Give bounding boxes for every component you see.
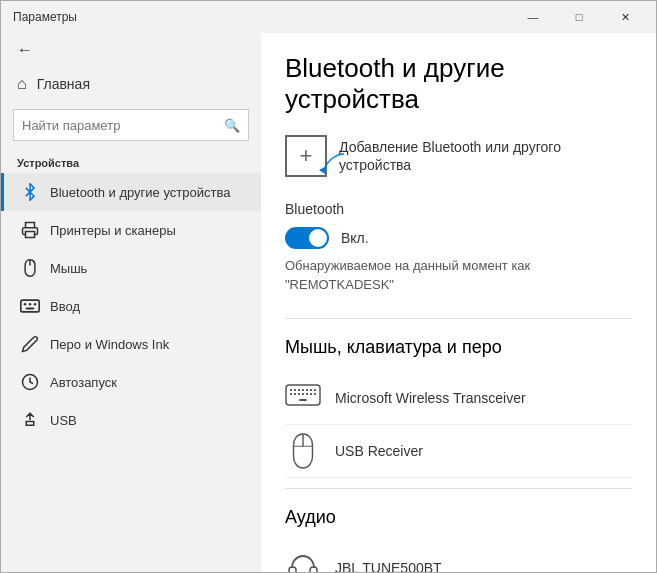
mouse-icon <box>20 258 40 278</box>
keyboard-mouse-device-icon <box>285 380 321 416</box>
add-device-button[interactable]: + Добавление Bluetooth или другого устро… <box>285 135 632 177</box>
search-icon: 🔍 <box>224 118 240 133</box>
search-input[interactable] <box>22 118 224 133</box>
back-icon: ← <box>17 41 33 59</box>
svg-rect-19 <box>294 393 296 395</box>
main-content: Bluetooth и другие устройства + Добавлен… <box>261 33 656 572</box>
home-nav[interactable]: ⌂ Главная <box>1 67 261 101</box>
sidebar-section-label: Устройства <box>1 149 261 173</box>
titlebar-title: Параметры <box>13 10 77 24</box>
device-item-usb-receiver: USB Receiver <box>285 425 632 478</box>
svg-rect-10 <box>299 399 307 401</box>
sidebar-item-bluetooth-label: Bluetooth и другие устройства <box>50 185 230 200</box>
content-area: ← ⌂ Главная 🔍 Устройства Bluetooth и дру… <box>1 33 656 572</box>
mouse-section-heading: Мышь, клавиатура и перо <box>285 337 632 358</box>
maximize-button[interactable]: □ <box>556 1 602 33</box>
discoverable-text: Обнаруживаемое на данный момент как "REM… <box>285 257 632 293</box>
sidebar-item-input-label: Ввод <box>50 299 80 314</box>
svg-rect-17 <box>314 389 316 391</box>
sidebar-item-pen[interactable]: Перо и Windows Ink <box>1 325 261 363</box>
svg-rect-22 <box>306 393 308 395</box>
titlebar: Параметры — □ ✕ <box>1 1 656 33</box>
sidebar-item-pen-label: Перо и Windows Ink <box>50 337 169 352</box>
minimize-button[interactable]: — <box>510 1 556 33</box>
home-label: Главная <box>37 76 90 92</box>
device-item-jbl: JBL TUNE500BT <box>285 542 632 572</box>
discoverable-line1: Обнаруживаемое на данный момент как <box>285 258 530 273</box>
bluetooth-label: Bluetooth <box>285 201 632 217</box>
sidebar-item-usb-label: USB <box>50 413 77 428</box>
close-button[interactable]: ✕ <box>602 1 648 33</box>
sidebar-item-input[interactable]: Ввод <box>1 287 261 325</box>
divider-1 <box>285 318 632 319</box>
sidebar: ← ⌂ Главная 🔍 Устройства Bluetooth и дру… <box>1 33 261 572</box>
transceiver-name: Microsoft Wireless Transceiver <box>335 390 526 406</box>
titlebar-controls: — □ ✕ <box>510 1 648 33</box>
sidebar-item-printers[interactable]: Принтеры и сканеры <box>1 211 261 249</box>
back-button[interactable]: ← <box>1 33 261 67</box>
add-device-label: Добавление Bluetooth или другого устройс… <box>339 139 561 173</box>
divider-2 <box>285 488 632 489</box>
svg-rect-18 <box>290 393 292 395</box>
titlebar-left: Параметры <box>9 10 510 24</box>
sidebar-item-mouse[interactable]: Мышь <box>1 249 261 287</box>
headphones-icon <box>285 550 321 572</box>
svg-rect-16 <box>310 389 312 391</box>
bluetooth-toggle-row: Вкл. <box>285 227 632 249</box>
svg-rect-14 <box>302 389 304 391</box>
audio-section-heading: Аудио <box>285 507 632 528</box>
keyboard-icon <box>20 296 40 316</box>
svg-rect-20 <box>298 393 300 395</box>
sidebar-item-bluetooth[interactable]: Bluetooth и другие устройства <box>1 173 261 211</box>
sidebar-item-autoplay[interactable]: Автозапуск <box>1 363 261 401</box>
bluetooth-toggle-label: Вкл. <box>341 230 369 246</box>
svg-rect-15 <box>306 389 308 391</box>
svg-rect-2 <box>21 300 39 312</box>
usb-receiver-name: USB Receiver <box>335 443 423 459</box>
settings-window: Параметры — □ ✕ ← ⌂ Главная 🔍 Устройства <box>0 0 657 573</box>
plus-icon: + <box>300 143 313 169</box>
svg-rect-11 <box>290 389 292 391</box>
svg-rect-24 <box>314 393 316 395</box>
svg-marker-8 <box>319 166 327 174</box>
bluetooth-icon <box>20 182 40 202</box>
toggle-thumb <box>309 229 327 247</box>
sidebar-item-mouse-label: Мышь <box>50 261 87 276</box>
svg-rect-0 <box>26 232 35 238</box>
svg-rect-12 <box>294 389 296 391</box>
mouse-device-icon <box>285 433 321 469</box>
pen-icon <box>20 334 40 354</box>
discoverable-name: "REMOTKADESK" <box>285 277 394 292</box>
svg-rect-23 <box>310 393 312 395</box>
svg-rect-21 <box>302 393 304 395</box>
sidebar-item-usb[interactable]: USB <box>1 401 261 439</box>
sidebar-item-printers-label: Принтеры и сканеры <box>50 223 176 238</box>
bluetooth-toggle[interactable] <box>285 227 329 249</box>
jbl-name: JBL TUNE500BT <box>335 560 442 572</box>
device-item-transceiver: Microsoft Wireless Transceiver <box>285 372 632 425</box>
sidebar-item-autoplay-label: Автозапуск <box>50 375 117 390</box>
main-title: Bluetooth и другие устройства <box>285 53 632 115</box>
home-icon: ⌂ <box>17 75 27 93</box>
printer-icon <box>20 220 40 240</box>
svg-rect-13 <box>298 389 300 391</box>
arrow-indicator <box>319 152 349 178</box>
usb-icon <box>20 410 40 430</box>
search-box[interactable]: 🔍 <box>13 109 249 141</box>
autoplay-icon <box>20 372 40 392</box>
